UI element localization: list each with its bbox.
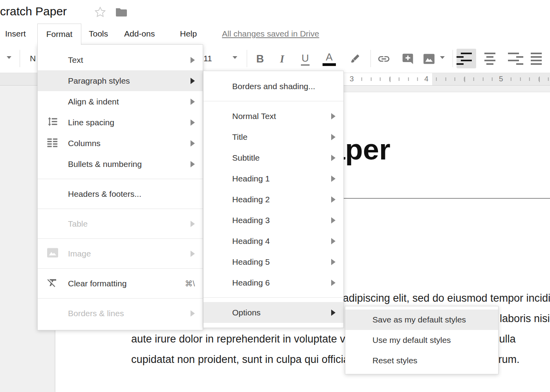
menu-item-borders-lines: Borders & lines <box>38 303 203 324</box>
ruler-mark: 4 <box>422 75 431 83</box>
submenu-arrow-icon <box>331 113 336 119</box>
columns-icon <box>46 136 58 150</box>
menu-item-save-default-styles[interactable]: Save as my default styles <box>345 310 498 330</box>
menu-item-paragraph-styles[interactable]: Paragraph styles <box>38 70 203 91</box>
submenu-arrow-icon <box>331 196 336 203</box>
image-disabled-icon <box>46 247 59 260</box>
menu-item-clear-formatting[interactable]: Clear formatting ⌘\ <box>38 273 203 294</box>
menu-item-text[interactable]: Text <box>38 49 203 70</box>
menu-separator <box>38 179 203 179</box>
line-spacing-icon <box>46 115 58 129</box>
paragraph-style-dropdown[interactable]: N <box>30 44 36 73</box>
menu-item-heading-5[interactable]: Heading 5 <box>204 251 343 272</box>
menu-item-subtitle[interactable]: Subtitle <box>204 147 343 168</box>
submenu-arrow-icon <box>191 251 195 257</box>
menu-separator <box>38 268 203 269</box>
menu-add-ons[interactable]: Add-ons <box>124 24 155 44</box>
menu-item-heading-1[interactable]: Heading 1 <box>204 168 343 189</box>
menu-item-title[interactable]: Title <box>204 126 343 147</box>
ruler-mark: 3 <box>348 75 356 83</box>
submenu-arrow-icon <box>191 99 195 105</box>
link-icon <box>377 52 390 66</box>
menu-item-heading-2[interactable]: Heading 2 <box>204 189 343 210</box>
justify-button[interactable] <box>526 49 546 68</box>
submenu-arrow-icon <box>191 78 195 84</box>
toolbar-dropdown-caret[interactable] <box>7 56 11 59</box>
menu-item-columns[interactable]: Columns <box>38 133 203 154</box>
save-status-link[interactable]: All changes saved in Drive <box>222 24 319 44</box>
menu-item-heading-3[interactable]: Heading 3 <box>204 210 343 231</box>
align-center-icon <box>484 53 495 54</box>
menu-tools[interactable]: Tools <box>89 24 108 44</box>
justify-icon <box>531 53 542 54</box>
star-icon[interactable] <box>94 6 106 19</box>
align-left-button[interactable] <box>456 49 476 68</box>
submenu-arrow-icon <box>331 217 336 223</box>
paragraph-styles-submenu: Borders and shading... Normal Text Title… <box>203 71 344 328</box>
insert-link-button[interactable] <box>375 50 392 68</box>
add-comment-icon <box>402 53 414 65</box>
toolbar-separator <box>247 50 247 67</box>
menu-item-line-spacing[interactable]: Line spacing <box>38 112 203 133</box>
menu-format[interactable]: Format <box>37 24 81 45</box>
submenu-arrow-icon <box>331 238 336 244</box>
menubar: Insert Format Tools Add-ons Help All cha… <box>0 24 550 44</box>
insert-image-button[interactable] <box>420 50 438 68</box>
toolbar-separator <box>453 50 453 67</box>
folder-icon[interactable] <box>115 7 128 19</box>
menu-separator <box>204 297 343 298</box>
menu-item-align-indent[interactable]: Align & indent <box>38 91 203 112</box>
submenu-arrow-icon <box>331 155 336 161</box>
submenu-arrow-icon <box>191 57 195 63</box>
italic-button[interactable]: I <box>273 50 291 68</box>
document-title[interactable]: cratch Paper <box>0 5 67 18</box>
menu-item-headers-footers[interactable]: Headers & footers... <box>38 183 203 204</box>
underline-icon: U <box>301 52 310 66</box>
menu-separator <box>38 298 203 299</box>
menu-item-heading-6[interactable]: Heading 6 <box>204 272 343 293</box>
menu-insert[interactable]: Insert <box>5 24 26 44</box>
clear-formatting-icon <box>46 277 58 290</box>
align-left-icon <box>461 53 472 54</box>
menu-item-table: Table <box>38 213 203 234</box>
format-menu: Text Paragraph styles Align & indent Lin… <box>37 44 203 330</box>
highlighter-icon <box>349 53 361 65</box>
submenu-arrow-icon <box>331 176 336 182</box>
submenu-arrow-icon <box>191 161 195 167</box>
menu-item-options[interactable]: Options <box>204 302 343 323</box>
text-color-icon: A <box>326 52 332 62</box>
titlebar: cratch Paper <box>0 0 550 24</box>
options-submenu: Save as my default styles Use my default… <box>345 306 499 374</box>
submenu-arrow-icon <box>331 259 336 265</box>
ruler-mark: 5 <box>497 75 505 83</box>
submenu-arrow-icon <box>191 310 195 317</box>
menu-item-use-default-styles[interactable]: Use my default styles <box>345 330 498 350</box>
align-right-button[interactable] <box>504 49 523 68</box>
submenu-arrow-icon <box>191 221 195 227</box>
menu-item-image: Image <box>38 243 203 264</box>
keyboard-shortcut: ⌘\ <box>185 279 195 288</box>
bold-icon: B <box>256 53 264 65</box>
align-center-button[interactable] <box>480 49 500 68</box>
submenu-arrow-icon <box>331 310 336 316</box>
menu-separator <box>38 238 203 239</box>
font-size-caret[interactable] <box>233 56 237 59</box>
underline-button[interactable]: U <box>297 50 314 68</box>
submenu-arrow-icon <box>331 134 336 140</box>
menu-item-heading-4[interactable]: Heading 4 <box>204 231 343 251</box>
menu-item-bullets-numbering[interactable]: Bullets & numbering <box>38 154 203 174</box>
insert-image-caret[interactable] <box>440 56 445 59</box>
highlight-color-button[interactable] <box>346 50 363 68</box>
submenu-arrow-icon <box>331 280 336 286</box>
font-size-value[interactable]: 11 <box>204 44 212 73</box>
image-icon <box>423 53 435 65</box>
add-comment-button[interactable] <box>399 50 416 68</box>
menu-item-normal-text[interactable]: Normal Text <box>204 106 343 126</box>
menu-item-reset-styles[interactable]: Reset styles <box>345 350 498 371</box>
bold-button[interactable]: B <box>251 50 269 68</box>
text-color-indicator <box>323 63 336 66</box>
menu-help[interactable]: Help <box>180 24 197 44</box>
menu-item-borders-shading[interactable]: Borders and shading... <box>204 76 343 97</box>
text-color-button[interactable]: A <box>321 50 338 68</box>
menu-separator <box>38 209 203 209</box>
